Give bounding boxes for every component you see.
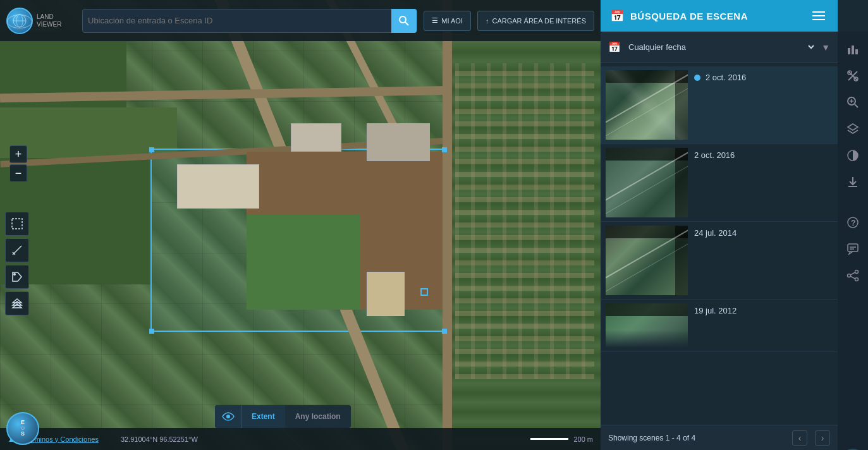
logo-area: LAND VIEWER <box>6 8 76 34</box>
my-aoi-button[interactable]: ☰ MI AOI <box>424 11 471 31</box>
scene-item[interactable]: 24 jul. 2014 <box>601 222 838 300</box>
any-location-filter-button[interactable]: Any location <box>285 405 351 428</box>
select-tool-button[interactable] <box>5 212 29 236</box>
svg-line-4 <box>405 22 408 25</box>
upload-aoi-button[interactable]: ↑ CARGAR ÁREA DE INTERÉS <box>477 11 594 31</box>
crop-button[interactable] <box>840 63 865 88</box>
scale-bar <box>530 438 568 440</box>
pagination-of-label: of <box>683 434 689 442</box>
chat-button[interactable] <box>840 236 865 262</box>
panel-title: BÚSQUEDA DE ESCENA <box>630 11 803 21</box>
chevron-down-icon: ▼ <box>821 42 830 52</box>
right-panel: 📅 BÚSQUEDA DE ESCENA 📅 Cualquier fecha ▼ <box>601 0 868 450</box>
select-icon <box>11 218 23 229</box>
scene-info: 19 jul. 2012 <box>694 303 833 348</box>
date-filter-row: 📅 Cualquier fecha ▼ <box>601 32 838 63</box>
share-icon <box>847 269 859 282</box>
svg-rect-13 <box>848 48 850 54</box>
scene-date: 2 oct. 2016 <box>694 150 735 160</box>
download-icon <box>847 176 859 188</box>
map-container[interactable]: LAND VIEWER ☰ MI AOI ↑ CARGAR ÁREA DE IN… <box>0 0 601 450</box>
svg-line-37 <box>851 272 855 275</box>
tag-icon <box>11 271 23 283</box>
scene-thumbnail <box>606 303 688 348</box>
search-button[interactable] <box>391 9 417 33</box>
svg-rect-30 <box>848 244 858 252</box>
bar-chart-icon <box>847 43 859 56</box>
upload-icon: ↑ <box>486 17 489 25</box>
tag-tool-button[interactable] <box>5 265 29 289</box>
side-icon-bar: ? <box>838 32 868 450</box>
svg-line-36 <box>851 276 855 279</box>
logo-text: LAND VIEWER <box>37 13 61 28</box>
contrast-icon <box>847 149 859 162</box>
thumb-diagonal-line2 <box>606 71 688 140</box>
logo-name: LAND <box>37 13 61 21</box>
layers-button[interactable] <box>840 116 865 142</box>
svg-point-33 <box>855 271 859 274</box>
page-prev-button[interactable]: ‹ <box>792 430 807 446</box>
scene-date: 19 jul. 2012 <box>694 306 737 315</box>
date-filter-select[interactable]: Cualquier fecha <box>626 42 816 52</box>
showing-scenes-text: Showing scenes <box>608 434 663 442</box>
filter-bar: Extent Any location <box>215 405 351 428</box>
menu-line-3 <box>812 19 825 20</box>
svg-marker-24 <box>848 124 858 130</box>
download-button[interactable] <box>840 169 865 195</box>
panel-header: 📅 BÚSQUEDA DE ESCENA <box>601 0 838 32</box>
scene-date-row: 2 oct. 2016 <box>694 150 833 160</box>
page-next-button[interactable]: › <box>815 430 830 446</box>
scene-item[interactable]: 2 oct. 2016 <box>601 66 838 144</box>
scene-date-row: 2 oct. 2016 <box>694 73 833 82</box>
svg-point-3 <box>400 16 406 23</box>
scene-active-dot <box>694 75 700 81</box>
zoom-controls: + − <box>9 145 27 182</box>
scene-thumbnail <box>606 226 688 295</box>
extent-label: Extent <box>252 412 275 421</box>
scene-date-row: 24 jul. 2014 <box>694 228 833 238</box>
logo-sub: VIEWER <box>37 21 61 28</box>
svg-text:?: ? <box>851 219 855 228</box>
zoom-search-icon <box>847 96 859 109</box>
help-icon: ? <box>847 216 859 229</box>
svg-point-8 <box>13 273 16 276</box>
share-button[interactable] <box>840 263 865 288</box>
svg-point-35 <box>855 278 859 281</box>
search-input[interactable] <box>88 16 391 25</box>
menu-line-2 <box>812 15 825 16</box>
contrast-button[interactable] <box>840 143 865 168</box>
svg-marker-9 <box>13 299 21 303</box>
scene-info: 24 jul. 2014 <box>694 226 833 295</box>
svg-rect-5 <box>12 219 22 229</box>
left-toolbar <box>5 212 29 315</box>
zoom-out-button[interactable]: − <box>9 164 27 182</box>
pagination-row: Showing scenes 1 - 4 of 4 ‹ › <box>601 425 838 450</box>
svg-point-18 <box>848 71 852 75</box>
scene-item[interactable]: 19 jul. 2012 <box>601 300 838 352</box>
thumb-top-overlay <box>606 70 688 83</box>
thumb-right-overlay <box>675 70 688 140</box>
help-button[interactable]: ? <box>840 210 865 235</box>
extent-filter-button[interactable]: Extent <box>241 405 285 428</box>
visibility-toggle-button[interactable] <box>215 405 241 428</box>
scene-info: 2 oct. 2016 <box>694 148 833 217</box>
zoom-search-button[interactable] <box>840 90 865 115</box>
svg-rect-15 <box>855 49 858 54</box>
calendar-icon: 📅 <box>610 9 624 23</box>
scene-date-row: 19 jul. 2012 <box>694 306 833 315</box>
scene-info: 2 oct. 2016 <box>694 70 833 140</box>
bottom-bar: ▲ Términos y Condiciones 32.91004°N 96.5… <box>0 428 601 450</box>
measure-tool-button[interactable] <box>5 238 29 262</box>
pagination-sep: - <box>672 434 676 442</box>
search-icon <box>399 16 409 26</box>
basemap-icon <box>11 298 23 309</box>
panel-menu-button[interactable] <box>809 6 828 25</box>
scene-item[interactable]: 2 oct. 2016 <box>601 144 838 222</box>
coordinates-display: 32.91004°N 96.52251°W <box>121 435 198 443</box>
globe-icon <box>13 14 27 28</box>
basemap-tool-button[interactable] <box>5 291 29 315</box>
chat-icon <box>847 243 859 255</box>
histogram-button[interactable] <box>840 37 865 62</box>
zoom-in-button[interactable]: + <box>9 145 27 163</box>
scene-date: 2 oct. 2016 <box>706 73 746 82</box>
